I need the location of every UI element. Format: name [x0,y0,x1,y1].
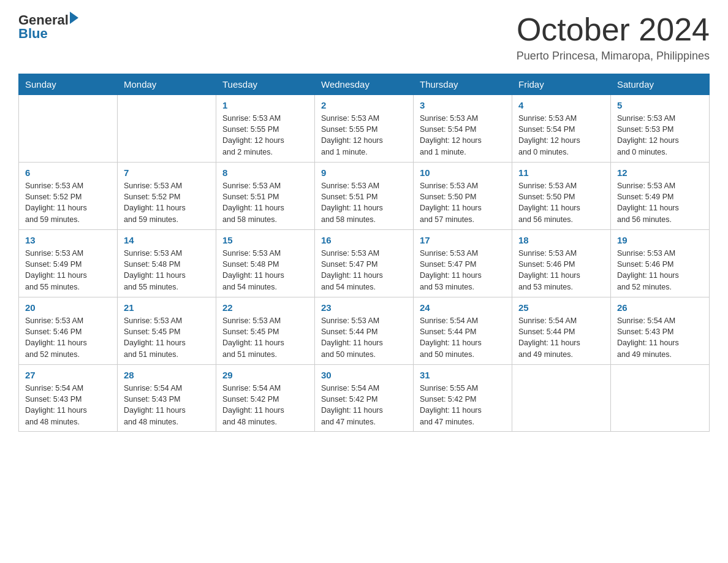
logo-triangle-icon [70,12,78,24]
calendar-cell: 27Sunrise: 5:54 AM Sunset: 5:43 PM Dayli… [19,365,118,432]
day-info: Sunrise: 5:53 AM Sunset: 5:48 PM Dayligh… [222,248,308,293]
calendar-cell: 26Sunrise: 5:54 AM Sunset: 5:43 PM Dayli… [611,297,710,365]
day-number: 8 [222,166,308,179]
calendar-table: SundayMondayTuesdayWednesdayThursdayFrid… [18,74,710,432]
calendar-week-row: 20Sunrise: 5:53 AM Sunset: 5:46 PM Dayli… [19,297,710,365]
day-info: Sunrise: 5:53 AM Sunset: 5:47 PM Dayligh… [321,248,407,293]
day-info: Sunrise: 5:53 AM Sunset: 5:54 PM Dayligh… [420,113,506,158]
calendar-cell: 22Sunrise: 5:53 AM Sunset: 5:45 PM Dayli… [216,297,315,365]
day-info: Sunrise: 5:53 AM Sunset: 5:50 PM Dayligh… [420,180,506,225]
calendar-cell: 24Sunrise: 5:54 AM Sunset: 5:44 PM Dayli… [414,297,512,365]
calendar-cell: 14Sunrise: 5:53 AM Sunset: 5:48 PM Dayli… [118,230,216,297]
day-number: 20 [25,301,111,314]
day-number: 17 [420,234,506,247]
day-number: 4 [518,99,604,112]
calendar-cell: 2Sunrise: 5:53 AM Sunset: 5:55 PM Daylig… [315,95,414,163]
calendar-cell: 10Sunrise: 5:53 AM Sunset: 5:50 PM Dayli… [414,163,512,230]
day-info: Sunrise: 5:53 AM Sunset: 5:49 PM Dayligh… [25,248,111,293]
day-info: Sunrise: 5:53 AM Sunset: 5:55 PM Dayligh… [321,113,407,158]
day-number: 5 [617,99,703,112]
calendar-week-row: 6Sunrise: 5:53 AM Sunset: 5:52 PM Daylig… [19,163,710,230]
day-number: 28 [124,369,210,381]
day-number: 25 [518,301,604,314]
calendar-cell: 17Sunrise: 5:53 AM Sunset: 5:47 PM Dayli… [414,230,512,297]
day-info: Sunrise: 5:54 AM Sunset: 5:42 PM Dayligh… [321,383,407,427]
day-number: 3 [420,99,506,112]
day-info: Sunrise: 5:53 AM Sunset: 5:54 PM Dayligh… [518,113,604,158]
calendar-cell: 7Sunrise: 5:53 AM Sunset: 5:52 PM Daylig… [118,163,216,230]
day-info: Sunrise: 5:53 AM Sunset: 5:45 PM Dayligh… [222,315,308,360]
calendar-cell: 23Sunrise: 5:53 AM Sunset: 5:44 PM Dayli… [315,297,414,365]
day-number: 6 [25,166,111,179]
day-number: 21 [124,301,210,314]
day-info: Sunrise: 5:53 AM Sunset: 5:51 PM Dayligh… [321,180,407,225]
calendar-cell: 19Sunrise: 5:53 AM Sunset: 5:46 PM Dayli… [611,230,710,297]
weekday-header-tuesday: Tuesday [216,74,315,95]
day-number: 2 [321,99,407,112]
weekday-header-sunday: Sunday [19,74,118,95]
day-number: 16 [321,234,407,247]
day-number: 9 [321,166,407,179]
calendar-cell: 31Sunrise: 5:55 AM Sunset: 5:42 PM Dayli… [414,365,512,432]
day-number: 24 [420,301,506,314]
calendar-subtitle: Puerto Princesa, Mimaropa, Philippines [517,50,710,63]
calendar-cell: 15Sunrise: 5:53 AM Sunset: 5:48 PM Dayli… [216,230,315,297]
day-number: 26 [617,301,703,314]
calendar-cell: 25Sunrise: 5:54 AM Sunset: 5:44 PM Dayli… [512,297,611,365]
day-number: 10 [420,166,506,179]
calendar-cell: 5Sunrise: 5:53 AM Sunset: 5:53 PM Daylig… [611,95,710,163]
calendar-week-row: 27Sunrise: 5:54 AM Sunset: 5:43 PM Dayli… [19,365,710,432]
calendar-cell [19,95,118,163]
day-info: Sunrise: 5:54 AM Sunset: 5:43 PM Dayligh… [124,383,210,427]
calendar-cell [611,365,710,432]
day-info: Sunrise: 5:53 AM Sunset: 5:47 PM Dayligh… [420,248,506,293]
weekday-header-saturday: Saturday [611,74,710,95]
day-number: 29 [222,369,308,381]
day-info: Sunrise: 5:53 AM Sunset: 5:45 PM Dayligh… [124,315,210,360]
day-number: 23 [321,301,407,314]
calendar-cell: 13Sunrise: 5:53 AM Sunset: 5:49 PM Dayli… [19,230,118,297]
weekday-header-thursday: Thursday [414,74,512,95]
calendar-title: October 2024 [517,12,710,47]
calendar-cell: 30Sunrise: 5:54 AM Sunset: 5:42 PM Dayli… [315,365,414,432]
calendar-cell: 4Sunrise: 5:53 AM Sunset: 5:54 PM Daylig… [512,95,611,163]
day-info: Sunrise: 5:54 AM Sunset: 5:44 PM Dayligh… [420,315,506,360]
day-number: 18 [518,234,604,247]
day-number: 11 [518,166,604,179]
calendar-cell: 16Sunrise: 5:53 AM Sunset: 5:47 PM Dayli… [315,230,414,297]
day-info: Sunrise: 5:53 AM Sunset: 5:48 PM Dayligh… [124,248,210,293]
title-area: October 2024 Puerto Princesa, Mimaropa, … [517,12,710,63]
day-info: Sunrise: 5:53 AM Sunset: 5:50 PM Dayligh… [518,180,604,225]
calendar-cell: 28Sunrise: 5:54 AM Sunset: 5:43 PM Dayli… [118,365,216,432]
day-number: 7 [124,166,210,179]
day-number: 15 [222,234,308,247]
weekday-header-wednesday: Wednesday [315,74,414,95]
day-info: Sunrise: 5:54 AM Sunset: 5:43 PM Dayligh… [617,315,703,360]
day-number: 31 [420,369,506,381]
day-info: Sunrise: 5:53 AM Sunset: 5:46 PM Dayligh… [25,315,111,360]
calendar-week-row: 13Sunrise: 5:53 AM Sunset: 5:49 PM Dayli… [19,230,710,297]
day-info: Sunrise: 5:53 AM Sunset: 5:46 PM Dayligh… [617,248,703,293]
calendar-cell: 21Sunrise: 5:53 AM Sunset: 5:45 PM Dayli… [118,297,216,365]
calendar-cell: 8Sunrise: 5:53 AM Sunset: 5:51 PM Daylig… [216,163,315,230]
day-info: Sunrise: 5:53 AM Sunset: 5:52 PM Dayligh… [25,180,111,225]
day-info: Sunrise: 5:55 AM Sunset: 5:42 PM Dayligh… [420,383,506,427]
page-header: General Blue October 2024 Puerto Princes… [18,12,710,63]
logo: General Blue [18,12,78,42]
day-info: Sunrise: 5:54 AM Sunset: 5:43 PM Dayligh… [25,383,111,427]
calendar-cell: 18Sunrise: 5:53 AM Sunset: 5:46 PM Dayli… [512,230,611,297]
day-info: Sunrise: 5:54 AM Sunset: 5:42 PM Dayligh… [222,383,308,427]
calendar-cell: 12Sunrise: 5:53 AM Sunset: 5:49 PM Dayli… [611,163,710,230]
calendar-cell: 6Sunrise: 5:53 AM Sunset: 5:52 PM Daylig… [19,163,118,230]
calendar-cell [118,95,216,163]
logo-blue: Blue [18,26,78,42]
calendar-cell: 29Sunrise: 5:54 AM Sunset: 5:42 PM Dayli… [216,365,315,432]
day-info: Sunrise: 5:54 AM Sunset: 5:44 PM Dayligh… [518,315,604,360]
day-number: 22 [222,301,308,314]
weekday-header-row: SundayMondayTuesdayWednesdayThursdayFrid… [19,74,710,95]
calendar-cell: 1Sunrise: 5:53 AM Sunset: 5:55 PM Daylig… [216,95,315,163]
day-info: Sunrise: 5:53 AM Sunset: 5:51 PM Dayligh… [222,180,308,225]
calendar-cell [512,365,611,432]
day-info: Sunrise: 5:53 AM Sunset: 5:49 PM Dayligh… [617,180,703,225]
day-info: Sunrise: 5:53 AM Sunset: 5:46 PM Dayligh… [518,248,604,293]
